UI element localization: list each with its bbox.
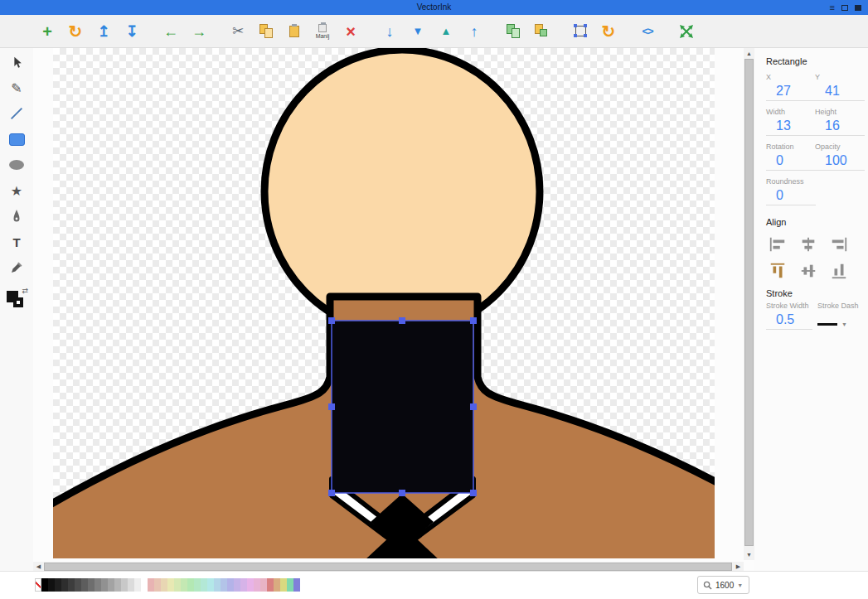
new-document-button[interactable]: + bbox=[36, 20, 58, 43]
edit-nodes-button[interactable] bbox=[570, 20, 591, 43]
star-tool[interactable]: ★ bbox=[5, 180, 28, 201]
palette-swatch[interactable] bbox=[41, 578, 48, 592]
palette-swatch[interactable] bbox=[108, 578, 114, 592]
palette-swatch[interactable] bbox=[134, 578, 141, 592]
palette-swatch[interactable] bbox=[154, 578, 161, 592]
scroll-up-icon[interactable]: ▲ bbox=[744, 48, 754, 59]
palette-swatch[interactable] bbox=[101, 578, 108, 592]
palette-swatch[interactable] bbox=[240, 578, 247, 592]
selection-handle[interactable] bbox=[399, 490, 405, 496]
roundness-input[interactable] bbox=[766, 186, 816, 205]
palette-swatch[interactable] bbox=[214, 578, 221, 592]
maximize-icon[interactable] bbox=[841, 5, 848, 11]
palette-swatch[interactable] bbox=[254, 578, 260, 592]
align-middle-v-button[interactable] bbox=[797, 260, 820, 282]
paste-special-button[interactable]: Manij bbox=[312, 20, 333, 43]
palette-swatch[interactable] bbox=[227, 578, 234, 592]
horizontal-scroll-thumb[interactable] bbox=[44, 563, 732, 571]
clone-button[interactable] bbox=[531, 20, 552, 43]
rotate-button[interactable]: ↻ bbox=[598, 20, 619, 43]
vertical-scroll-thumb[interactable] bbox=[744, 59, 754, 546]
align-bottom-button[interactable] bbox=[827, 260, 851, 282]
height-input[interactable] bbox=[815, 116, 865, 136]
redo-button[interactable]: → bbox=[188, 20, 210, 43]
y-input[interactable] bbox=[815, 81, 865, 101]
palette-swatch[interactable] bbox=[68, 578, 75, 592]
palette-swatch[interactable] bbox=[194, 578, 201, 592]
palette-swatch[interactable] bbox=[81, 578, 88, 592]
pencil-tool[interactable]: ✎ bbox=[5, 77, 28, 99]
selection-handle[interactable] bbox=[470, 490, 477, 496]
align-left-button[interactable] bbox=[766, 234, 789, 255]
palette-swatch[interactable] bbox=[181, 578, 187, 592]
lower-to-bottom-button[interactable]: ▼ bbox=[407, 20, 429, 43]
palette-swatch[interactable] bbox=[55, 578, 61, 592]
palette-swatch[interactable] bbox=[121, 578, 128, 592]
rotation-input[interactable] bbox=[766, 151, 816, 171]
xml-editor-button[interactable]: <> bbox=[637, 20, 658, 43]
palette-swatch[interactable] bbox=[287, 578, 293, 592]
selection-handle[interactable] bbox=[328, 490, 335, 496]
palette-swatch[interactable] bbox=[274, 578, 280, 592]
palette-swatch[interactable] bbox=[293, 578, 300, 592]
swap-colors-icon[interactable]: ⇄ bbox=[22, 287, 28, 295]
selected-rectangle-object[interactable] bbox=[332, 321, 473, 493]
vertical-scrollbar[interactable]: ▲ ▼ bbox=[744, 48, 754, 560]
palette-swatch[interactable] bbox=[48, 578, 55, 592]
align-right-button[interactable] bbox=[827, 234, 851, 255]
paste-button[interactable] bbox=[284, 20, 305, 43]
selection-handle[interactable] bbox=[328, 403, 335, 410]
stroke-swatch[interactable] bbox=[13, 297, 23, 307]
palette-swatch[interactable] bbox=[247, 578, 254, 592]
palette-swatch[interactable] bbox=[88, 578, 95, 592]
cut-button[interactable]: ✂ bbox=[227, 20, 249, 43]
palette-swatch[interactable] bbox=[61, 578, 68, 592]
rectangle-tool[interactable] bbox=[5, 128, 28, 150]
palette-swatch[interactable] bbox=[161, 578, 167, 592]
undo-button[interactable]: ← bbox=[160, 20, 182, 43]
scroll-down-icon[interactable]: ▼ bbox=[744, 549, 754, 560]
zoom-control[interactable]: 1600 ▼ bbox=[697, 576, 749, 594]
palette-swatch[interactable] bbox=[234, 578, 240, 592]
import-button[interactable]: ↥ bbox=[93, 20, 114, 43]
palette-swatch[interactable] bbox=[148, 578, 154, 592]
menu-icon[interactable]: ≡ bbox=[830, 3, 835, 12]
person-head-shape[interactable] bbox=[264, 50, 540, 333]
palette-swatch[interactable] bbox=[221, 578, 227, 592]
palette-swatch[interactable] bbox=[201, 578, 207, 592]
selection-handle[interactable] bbox=[470, 403, 477, 410]
lower-button[interactable]: ↓ bbox=[379, 20, 400, 43]
palette-swatch[interactable] bbox=[95, 578, 101, 592]
close-icon[interactable] bbox=[855, 5, 861, 11]
raise-to-top-button[interactable]: ▲ bbox=[435, 20, 457, 43]
palette-swatch[interactable] bbox=[187, 578, 194, 592]
palette-swatch[interactable] bbox=[141, 578, 148, 592]
palette-swatch[interactable] bbox=[167, 578, 174, 592]
palette-swatch[interactable] bbox=[280, 578, 287, 592]
align-center-h-button[interactable] bbox=[797, 234, 820, 255]
stroke-dash-select[interactable]: ▼ bbox=[817, 316, 856, 331]
eyedropper-tool[interactable] bbox=[5, 257, 28, 278]
line-tool[interactable] bbox=[5, 103, 28, 124]
select-tool[interactable] bbox=[5, 51, 28, 73]
fill-stroke-indicator[interactable]: ⇄ bbox=[7, 289, 27, 309]
opacity-input[interactable] bbox=[815, 151, 865, 171]
selection-handle[interactable] bbox=[328, 317, 335, 324]
copy-button[interactable] bbox=[255, 20, 277, 43]
raise-button[interactable]: ↑ bbox=[463, 20, 485, 43]
ellipse-tool[interactable] bbox=[5, 154, 28, 176]
color-palette[interactable] bbox=[35, 578, 300, 592]
palette-swatch[interactable] bbox=[207, 578, 214, 592]
width-input[interactable] bbox=[766, 116, 816, 136]
selection-handle[interactable] bbox=[470, 317, 477, 324]
export-button[interactable]: ↧ bbox=[121, 20, 143, 43]
stroke-width-input[interactable] bbox=[766, 310, 812, 330]
drawing-canvas[interactable] bbox=[53, 48, 715, 558]
align-top-button[interactable] bbox=[766, 260, 789, 282]
delete-button[interactable]: × bbox=[340, 20, 361, 43]
palette-swatch[interactable] bbox=[267, 578, 274, 592]
palette-swatch[interactable] bbox=[260, 578, 267, 592]
palette-swatch[interactable] bbox=[75, 578, 81, 592]
zoom-fit-button[interactable] bbox=[676, 20, 697, 43]
reload-button[interactable]: ↻ bbox=[65, 20, 86, 43]
